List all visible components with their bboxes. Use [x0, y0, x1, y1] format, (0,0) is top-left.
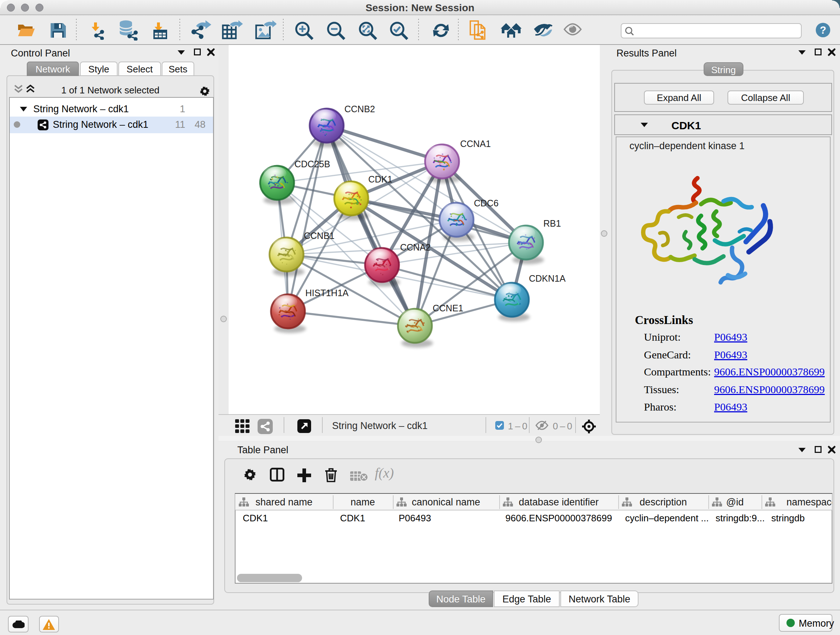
svg-text:?: ? [820, 24, 826, 36]
svg-text:CCNE1: CCNE1 [433, 303, 463, 313]
svg-text:CCNB2: CCNB2 [344, 104, 375, 114]
svg-text:CCNB1: CCNB1 [304, 231, 335, 241]
svg-text:CDC6: CDC6 [474, 198, 499, 208]
svg-text:CCNA2: CCNA2 [400, 242, 431, 252]
svg-text:CCNA1: CCNA1 [460, 139, 491, 149]
svg-text:CDC25B: CDC25B [294, 159, 330, 169]
svg-text:RB1: RB1 [543, 218, 561, 228]
svg-text:CDK1: CDK1 [368, 174, 393, 184]
svg-text:CDKN1A: CDKN1A [529, 273, 566, 283]
svg-text:HIST1H1A: HIST1H1A [305, 288, 349, 298]
